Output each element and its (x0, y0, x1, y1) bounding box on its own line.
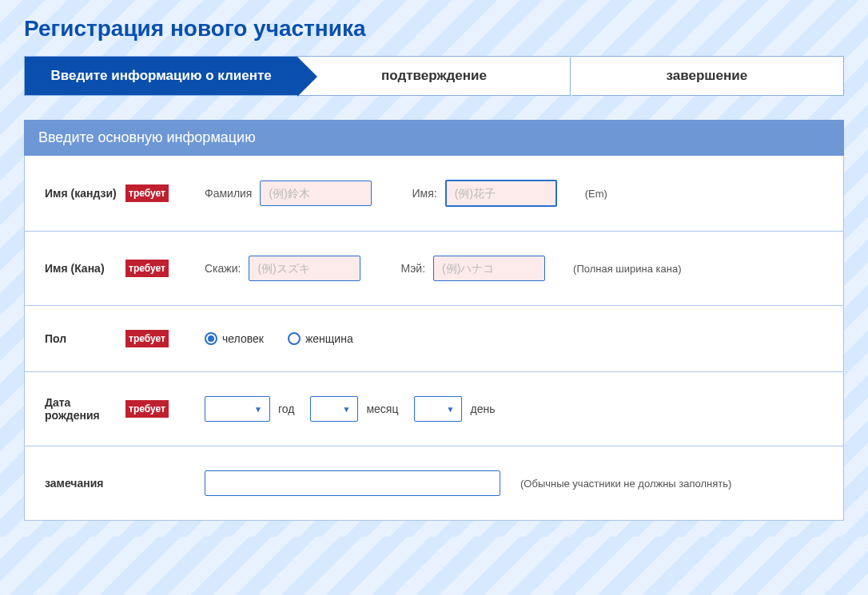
month-unit: месяц (366, 403, 398, 415)
kanji-name-input[interactable] (445, 180, 557, 207)
row-notes: замечания (Обычные участники не должны з… (25, 446, 843, 520)
row-birthdate: Дата рождения требует год месяц день (25, 371, 843, 446)
section-header-basic-info: Введите основную информацию (24, 120, 844, 156)
year-unit: год (278, 403, 294, 415)
kanji-surname-sublabel: Фамилия (205, 187, 252, 200)
birthdate-label: Дата рождения (45, 396, 125, 422)
required-badge: требует (125, 330, 169, 347)
year-select[interactable] (205, 396, 270, 422)
kana-name-input[interactable] (433, 256, 545, 281)
row-kanji-name: Имя (кандзи) требует Фамилия Имя: (Em) (25, 156, 843, 231)
notes-hint: (Обычные участники не должны заполнять) (520, 478, 731, 490)
step-client-info: Введите информацию о клиенте (25, 57, 297, 95)
required-badge: требует (125, 260, 169, 277)
row-gender: Пол требует человек женщина (25, 305, 843, 371)
radio-male-label: человек (222, 332, 264, 345)
kana-name-sublabel: Мэй: (400, 262, 425, 275)
kanji-name-label: Имя (кандзи) (45, 187, 117, 200)
radio-female-item[interactable]: женщина (288, 332, 353, 345)
radio-female-label: женщина (305, 332, 353, 345)
radio-male-item[interactable]: человек (205, 332, 264, 345)
kana-hint: (Полная ширина кана) (573, 263, 681, 275)
radio-male[interactable] (205, 332, 217, 345)
notes-input[interactable] (205, 470, 500, 496)
required-badge: требует (125, 400, 169, 418)
notes-label: замечания (45, 477, 104, 490)
day-unit: день (470, 403, 495, 415)
day-select[interactable] (414, 396, 462, 422)
registration-form: Имя (кандзи) требует Фамилия Имя: (Em) И… (24, 156, 844, 521)
kana-surname-sublabel: Скажи: (205, 262, 241, 275)
kanji-hint: (Em) (585, 188, 607, 200)
progress-steps: Введите информацию о клиенте подтвержден… (24, 56, 844, 96)
gender-label: Пол (45, 332, 66, 345)
month-select[interactable] (310, 396, 358, 422)
kanji-surname-input[interactable] (260, 180, 372, 206)
kana-name-label: Имя (Кана) (45, 262, 105, 275)
kana-surname-input[interactable] (249, 256, 360, 281)
row-kana-name: Имя (Кана) требует Скажи: Мэй: (Полная ш… (25, 231, 843, 305)
kanji-name-sublabel: Имя: (412, 187, 436, 200)
step-completion: завершение (571, 57, 843, 95)
page-title: Регистрация нового участника (24, 16, 844, 42)
radio-female[interactable] (288, 332, 301, 345)
required-badge: требует (125, 184, 169, 202)
step-confirmation: подтверждение (297, 57, 570, 95)
